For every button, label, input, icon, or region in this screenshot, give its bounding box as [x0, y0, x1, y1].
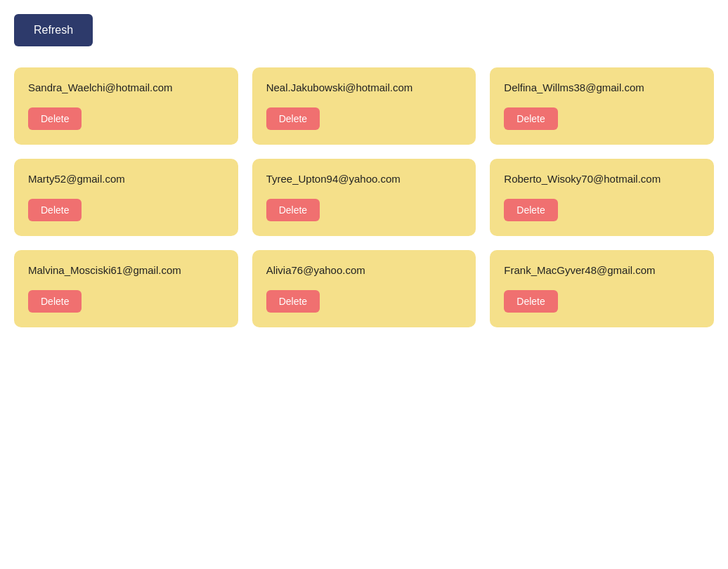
card-email: Roberto_Wisoky70@hotmail.com	[504, 173, 700, 185]
card-email: Malvina_Mosciski61@gmail.com	[28, 264, 224, 276]
card: Malvina_Mosciski61@gmail.comDelete	[14, 250, 238, 327]
cards-grid: Sandra_Waelchi@hotmail.comDeleteNeal.Jak…	[14, 67, 714, 327]
card-email: Tyree_Upton94@yahoo.com	[266, 173, 462, 185]
card-email: Neal.Jakubowski@hotmail.com	[266, 81, 462, 93]
delete-button[interactable]: Delete	[266, 107, 320, 130]
card: Delfina_Willms38@gmail.comDelete	[490, 67, 714, 145]
card: Sandra_Waelchi@hotmail.comDelete	[14, 67, 238, 145]
card-email: Delfina_Willms38@gmail.com	[504, 81, 700, 93]
delete-button[interactable]: Delete	[28, 290, 82, 313]
card: Alivia76@yahoo.comDelete	[252, 250, 476, 327]
delete-button[interactable]: Delete	[504, 107, 557, 130]
card: Tyree_Upton94@yahoo.comDelete	[252, 159, 476, 236]
delete-button[interactable]: Delete	[28, 199, 82, 221]
refresh-button[interactable]: Refresh	[14, 14, 93, 46]
delete-button[interactable]: Delete	[266, 290, 320, 313]
delete-button[interactable]: Delete	[504, 199, 557, 221]
toolbar: Refresh	[14, 14, 714, 46]
card-email: Sandra_Waelchi@hotmail.com	[28, 81, 224, 93]
card: Roberto_Wisoky70@hotmail.comDelete	[490, 159, 714, 236]
card-email: Frank_MacGyver48@gmail.com	[504, 264, 700, 276]
card: Neal.Jakubowski@hotmail.comDelete	[252, 67, 476, 145]
card: Marty52@gmail.comDelete	[14, 159, 238, 236]
card-email: Alivia76@yahoo.com	[266, 264, 462, 276]
card-email: Marty52@gmail.com	[28, 173, 224, 185]
delete-button[interactable]: Delete	[504, 290, 557, 313]
delete-button[interactable]: Delete	[266, 199, 320, 221]
card: Frank_MacGyver48@gmail.comDelete	[490, 250, 714, 327]
delete-button[interactable]: Delete	[28, 107, 82, 130]
